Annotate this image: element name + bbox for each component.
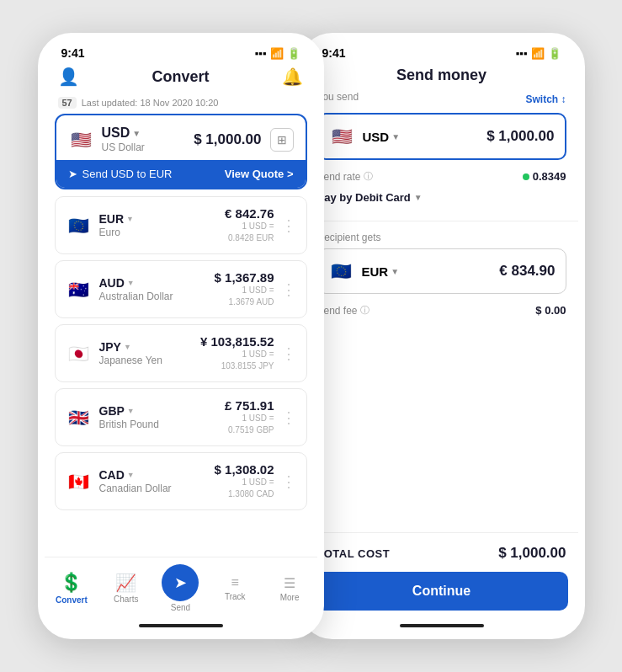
nav-item-charts[interactable]: 📈 Charts [105,573,147,604]
status-icons-left: ▪▪▪ 📶 🔋 [255,47,300,60]
ci-left: 🇨🇦 CAD ▼ Canadian Dollar [66,468,172,495]
rate-cad: 1 USD =1.3080 CAD [215,477,274,500]
nav-item-more[interactable]: ☰ More [268,575,311,602]
name-eur: Euro [99,227,134,238]
currency-item-gbp[interactable]: 🇬🇧 GBP ▼ British Pound £ 751.91 1 USD =0… [55,388,307,446]
flag-aud: 🇦🇺 [66,276,93,303]
nav-item-send[interactable]: ➤ Send [159,564,201,612]
more-options-icon-gbp[interactable]: ⋮ [281,408,296,427]
more-options-icon-eur[interactable]: ⋮ [281,216,296,235]
recipient-flag: 🇪🇺 [328,258,355,285]
main-currency-code[interactable]: USD ▼ [102,125,145,141]
pay-method-row[interactable]: Pay by Debit Card ▼ [317,188,566,211]
home-indicator-left [139,624,223,627]
bell-icon[interactable]: 🔔 [282,67,303,87]
code-aud: AUD ▼ [99,276,173,290]
amounts-jpy: ¥ 103,815.52 1 USD =103.8155 JPY [200,334,274,372]
view-quote-label[interactable]: View Quote > [225,168,294,180]
status-icons-right: ▪▪▪ 📶 🔋 [516,47,561,60]
ci-right: € 842.76 1 USD =0.8428 EUR ⋮ [225,206,295,244]
amounts-cad: $ 1,308.02 1 USD =1.3080 CAD [215,462,274,500]
main-currency-name: US Dollar [102,141,145,153]
usd-flag: 🇺🇸 [68,126,95,153]
main-amount-eur: € 842.76 [225,206,274,221]
fee-info-icon[interactable]: ⓘ [360,304,369,317]
you-send-section: You send Switch ↕ 🇺🇸 USD ▼ $ 1,000.00 Se… [306,91,578,217]
send-header: Send money [306,63,578,91]
flag-cad: 🇨🇦 [66,468,93,495]
send-amount: $ 1,000.00 [486,128,554,145]
update-count: 57 [58,97,77,109]
section-divider [306,221,578,221]
amounts-aud: $ 1,367.89 1 USD =1.3679 AUD [215,270,274,308]
home-indicator-right [400,624,484,627]
ci-right: $ 1,308.02 1 USD =1.3080 CAD ⋮ [215,462,296,500]
send-currency-flag: 🇺🇸 [329,123,356,150]
status-time-left: 9:41 [61,46,85,60]
send-nav-icon: ➤ [174,573,187,592]
main-currency-card: 🇺🇸 USD ▼ US Dollar $ 1,000.00 ⊞ [55,114,307,189]
main-amount-gbp: £ 751.91 [225,398,274,413]
recipient-section: Recipient gets 🇪🇺 EUR ▼ € 834.90 Send fe… [306,232,578,327]
rate-eur: 1 USD =0.8428 EUR [225,221,274,244]
ci-left: 🇦🇺 AUD ▼ Australian Dollar [66,276,173,303]
total-cost-section: TOTAL COST $ 1,000.00 [306,532,578,572]
signal-icon: ▪▪▪ [255,47,267,60]
pay-method-label: Pay by Debit Card [317,191,411,204]
currency-item-cad[interactable]: 🇨🇦 CAD ▼ Canadian Dollar $ 1,308.02 1 US… [55,452,307,510]
send-money-title: Send money [396,67,486,84]
rate-aud: 1 USD =1.3679 AUD [215,285,274,308]
currency-item-eur[interactable]: 🇪🇺 EUR ▼ Euro € 842.76 1 USD =0.8428 EUR… [55,196,307,254]
dropdown-arrow: ▼ [132,129,141,138]
status-bar-right: 9:41 ▪▪▪ 📶 🔋 [306,40,578,63]
name-aud: Australian Dollar [99,291,173,302]
bottom-nav-left: 💲 Convert 📈 Charts ➤ Send ≡ Track ☰ More [45,557,317,621]
rate-gbp: 1 USD =0.7519 GBP [225,413,274,436]
main-currency-top: 🇺🇸 USD ▼ US Dollar $ 1,000.00 ⊞ [56,115,306,160]
more-nav-label: More [280,593,300,602]
you-send-label-row: You send Switch ↕ [317,91,566,108]
recipient-currency-box[interactable]: 🇪🇺 EUR ▼ € 834.90 [317,248,566,294]
send-fee-row: Send fee ⓘ $ 0.00 [317,301,566,320]
currency-item-jpy[interactable]: 🇯🇵 JPY ▼ Japanese Yen ¥ 103,815.52 1 USD… [55,324,307,382]
more-options-icon-cad[interactable]: ⋮ [281,472,296,491]
send-nav-btn[interactable]: ➤ [162,564,199,601]
code-jpy: JPY ▼ [99,340,162,354]
main-currency-amount: $ 1,000.00 [194,131,261,148]
recipient-currency-code[interactable]: EUR ▼ [362,264,400,279]
send-currency-code[interactable]: USD ▼ [363,130,401,144]
code-cad: CAD ▼ [99,468,172,482]
send-nav-label: Send [171,603,190,612]
fee-label: Send fee ⓘ [317,304,369,317]
wifi-icon: 📶 [270,47,284,60]
total-cost-value: $ 1,000.00 [498,545,566,562]
nav-item-track[interactable]: ≡ Track [214,575,256,601]
last-updated-bar: 57 Last updated: 18 Nov 2020 10:20 [45,93,317,114]
you-send-currency-box[interactable]: 🇺🇸 USD ▼ $ 1,000.00 [317,113,566,160]
calculator-icon[interactable]: ⊞ [270,128,294,152]
main-amount-jpy: ¥ 103,815.52 [200,334,274,349]
pay-method-chevron: ▼ [414,193,423,202]
send-rate-label: Send rate ⓘ [317,170,373,183]
send-quote-bar[interactable]: ➤ Send USD to EUR View Quote > [56,160,306,188]
send-rate-value: 0.8349 [523,170,566,183]
currency-item-aud[interactable]: 🇦🇺 AUD ▼ Australian Dollar $ 1,367.89 1 … [55,260,307,318]
flag-eur: 🇪🇺 [66,212,93,239]
status-bar-left: 9:41 ▪▪▪ 📶 🔋 [45,40,317,63]
switch-button[interactable]: Switch ↕ [525,93,566,105]
nav-header-left: 👤 Convert 🔔 [45,63,317,93]
signal-icon-right: ▪▪▪ [516,47,528,60]
rate-info-icon[interactable]: ⓘ [364,170,373,183]
more-options-icon-aud[interactable]: ⋮ [281,280,296,299]
ci-left: 🇯🇵 JPY ▼ Japanese Yen [66,340,162,367]
name-jpy: Japanese Yen [99,355,162,366]
continue-button[interactable]: Continue [316,572,568,611]
profile-icon[interactable]: 👤 [58,67,79,87]
nav-item-convert[interactable]: 💲 Convert [51,572,93,605]
name-gbp: British Pound [99,419,159,430]
more-options-icon-jpy[interactable]: ⋮ [281,344,296,363]
fee-value: $ 0.00 [535,304,566,317]
ci-right: £ 751.91 1 USD =0.7519 GBP ⋮ [225,398,295,436]
status-time-right: 9:41 [322,46,346,60]
flag-jpy: 🇯🇵 [66,340,93,367]
